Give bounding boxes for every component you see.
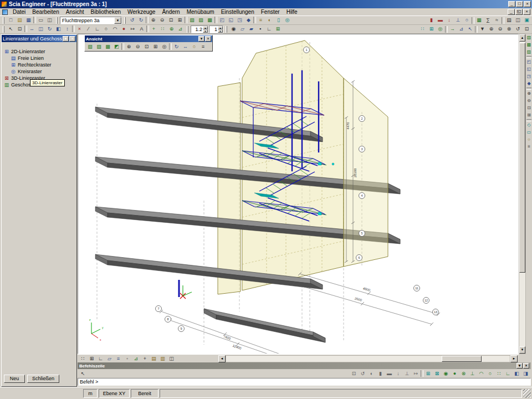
zoom-in-icon[interactable]: ⊕ [125, 43, 133, 50]
pointer-icon[interactable]: ↖ [79, 370, 87, 377]
snap-tangent-icon[interactable]: ◠ [477, 370, 485, 377]
perspective-icon[interactable]: ◇ [526, 122, 532, 129]
delete-icon[interactable]: × [75, 25, 84, 33]
page-zoom-icon[interactable]: ◫ [167, 355, 176, 362]
toolbar-grip[interactable] [3, 17, 4, 24]
open-project-icon[interactable]: ▤ [16, 17, 24, 24]
cmd-close-button[interactable]: × [523, 363, 529, 369]
ucs-icon[interactable]: ⊕ [167, 25, 176, 33]
layer-icon[interactable]: ▤ [150, 355, 158, 362]
view-front-icon[interactable]: ◱ [227, 17, 235, 24]
view-x-icon[interactable]: ◰ [526, 59, 532, 65]
axes-toggle-icon[interactable]: ⊿ [132, 355, 140, 362]
zoom-out-icon[interactable]: ⊖ [526, 98, 532, 104]
calculation-icon[interactable]: ∑ [484, 17, 492, 24]
print-icon[interactable]: ▭ [37, 17, 45, 24]
tree-item-freie-linien[interactable]: ▤ Freie Linien [2, 55, 76, 62]
text-icon[interactable]: A [137, 25, 146, 33]
wire-mode-icon[interactable]: ▧ [86, 43, 94, 50]
minimize-button[interactable]: _ [508, 1, 515, 7]
tree-item-rechteckraster[interactable]: ⊞ Rechteckraster [2, 62, 76, 68]
horizontal-scrollbar[interactable]: ◄ ► [218, 355, 518, 362]
cursor-coords-icon[interactable]: + [141, 355, 149, 362]
ansicht-dock-button[interactable]: ▾ [198, 36, 204, 42]
menu-ansicht[interactable]: Ansicht [63, 8, 88, 16]
hidden-line-mode-icon[interactable]: ▨ [197, 17, 205, 24]
workplane-xz-icon[interactable]: ▰ [247, 25, 255, 33]
hscroll-track[interactable] [226, 355, 510, 362]
snap-perpendicular-icon[interactable]: ⊥ [468, 370, 477, 377]
menu-fenster[interactable]: Fenster [258, 8, 283, 16]
save-project-icon[interactable]: ▦ [24, 17, 33, 24]
view-side-icon[interactable]: ◳ [236, 17, 244, 24]
pan-view-icon[interactable]: ↔ [181, 43, 190, 50]
vscroll-thumb[interactable] [519, 43, 525, 273]
ortho-toggle-icon[interactable]: ∟ [96, 355, 105, 362]
selection-filter-icon[interactable]: ▼ [478, 25, 487, 33]
coord-icon[interactable]: ⊿ [176, 25, 185, 33]
hidden-mode-icon[interactable]: ▨ [95, 43, 103, 50]
move-icon[interactable]: ↔ [28, 25, 36, 33]
dot-grid-toggle-icon[interactable]: ◦ [123, 355, 131, 362]
zoom-fit-icon[interactable]: ⊞ [526, 112, 532, 119]
schliessen-button[interactable]: Schließen [27, 375, 59, 383]
storey-filter-icon[interactable]: ▥ [158, 355, 167, 362]
light-icon[interactable]: ○ [526, 136, 532, 143]
move-ucs-icon[interactable]: ↖ [466, 25, 474, 33]
menu-menuebaum[interactable]: Menübaum [183, 8, 218, 16]
dimension-icon[interactable]: ↦ [129, 25, 137, 33]
command-input[interactable]: Befehl > [78, 378, 531, 386]
dot-grid-icon[interactable]: ∷ [158, 25, 167, 33]
scroll-down-icon[interactable]: ▼ [519, 346, 525, 354]
panel-titlebar[interactable]: Linienraster und Geschosse ▾× [2, 35, 76, 42]
cursor-snap-icon[interactable]: ◉ [229, 25, 238, 33]
toolbar-grip[interactable] [124, 17, 126, 24]
count-field[interactable]: 1 ▲▼ [209, 25, 223, 33]
view-settings-icon[interactable]: ≡ [526, 144, 532, 150]
snap-mode-icon[interactable]: ◎ [436, 25, 444, 33]
hscroll-thumb[interactable] [442, 356, 482, 362]
snap-midpoint-icon[interactable]: ◉ [442, 370, 450, 377]
snap-line-icon[interactable]: ⊞ [88, 355, 96, 362]
mdi-close-button[interactable]: × [523, 9, 530, 15]
line-raster-icon[interactable]: ⊞ [427, 25, 436, 33]
previous-selection-icon[interactable]: ↺ [359, 370, 367, 377]
ansicht-toolbar-window[interactable]: Ansicht ▾× ▧▨▩◩⊕⊖⊡⊞◎↻↔○≡ [84, 35, 213, 52]
panel-pin-button[interactable]: ▾ [63, 36, 69, 42]
results-icon[interactable]: ≈ [493, 17, 501, 24]
picture-icon[interactable]: ▣ [523, 17, 531, 24]
redo-icon[interactable]: ↻ [137, 17, 145, 24]
toolbar-grip[interactable] [56, 17, 58, 24]
maximize-button[interactable]: □ [516, 1, 523, 7]
count-spinner[interactable]: ▲▼ [218, 26, 223, 33]
mdi-restore-button[interactable]: ◱ [515, 9, 523, 15]
render-mode-icon[interactable]: ▩ [104, 43, 112, 50]
zoom-window-icon[interactable]: ⊡ [526, 105, 532, 111]
filter-loads-icon[interactable]: ↓ [394, 370, 402, 377]
active-ucs-icon[interactable]: ⊿ [457, 25, 466, 33]
lock-icon[interactable]: ▪ [256, 25, 264, 33]
toolbar-grip[interactable] [226, 26, 227, 33]
activity-icon[interactable]: ◐ [265, 17, 274, 24]
plate-icon[interactable]: ▬ [436, 17, 444, 24]
print-preview-icon[interactable]: ◫ [45, 17, 54, 24]
select-box-icon[interactable]: ⊡ [16, 25, 24, 33]
zoom-all-icon[interactable]: ⊞ [176, 17, 184, 24]
previous-selection-icon[interactable]: ↺ [514, 25, 522, 33]
layers-icon[interactable]: ≡ [257, 17, 265, 24]
new-project-icon[interactable]: □ [7, 17, 15, 24]
snap-node-icon[interactable]: ○ [486, 370, 494, 377]
menu-einstellungen[interactable]: Einstellungen [218, 8, 258, 16]
mesh-icon[interactable]: ▦ [475, 17, 483, 24]
member-icon[interactable]: ▮ [427, 17, 436, 24]
tree-item-kreisraster[interactable]: ◎ Kreisraster [2, 68, 76, 75]
add-selection-icon[interactable]: ⊕ [487, 25, 495, 33]
zoom-in-icon[interactable]: ⊕ [149, 17, 157, 24]
zoom-window-icon[interactable]: ⊡ [167, 17, 175, 24]
project-combo[interactable]: Fluchttreppen 3a ▼ [60, 17, 122, 24]
storeys-icon[interactable]: ≡ [114, 355, 122, 362]
view-y-icon[interactable]: ◱ [526, 66, 532, 73]
line-icon[interactable]: ∕ [84, 25, 93, 33]
raster-snap-icon[interactable]: ⊠ [433, 370, 441, 377]
ansicht-close-button[interactable]: × [205, 36, 211, 42]
